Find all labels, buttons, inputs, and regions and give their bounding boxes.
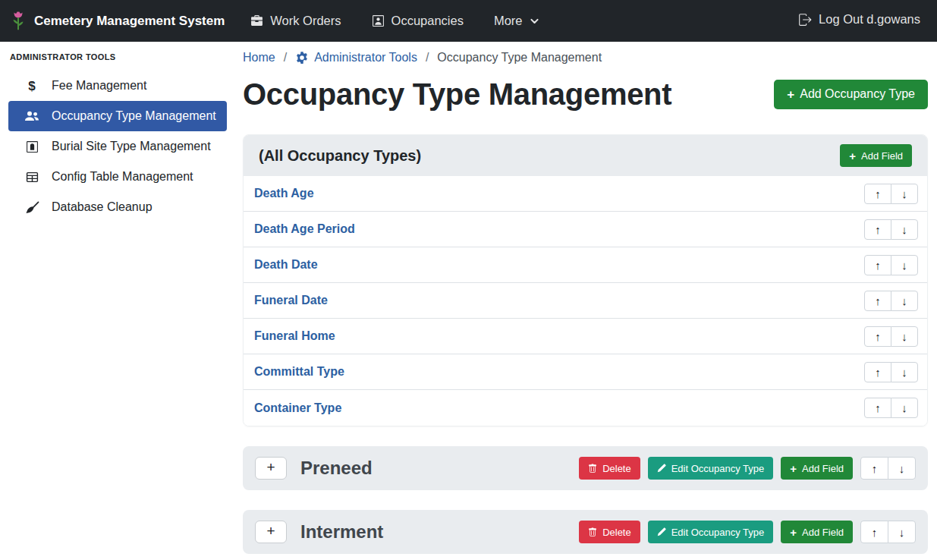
users-icon xyxy=(23,110,41,122)
occupancy-type-card-preneed: + Preneed Delete xyxy=(243,446,928,490)
move-down-button[interactable]: ↓ xyxy=(891,362,918,382)
field-row: Death Age ↑ ↓ xyxy=(244,176,927,212)
app-title[interactable]: Cemetery Management System xyxy=(34,14,225,29)
field-link[interactable]: Death Date xyxy=(254,258,318,272)
add-field-button[interactable]: + Add Field xyxy=(781,521,853,543)
move-up-button[interactable]: ↑ xyxy=(860,457,888,480)
arrow-down-icon: ↓ xyxy=(901,294,907,307)
move-up-button[interactable]: ↑ xyxy=(864,291,891,311)
breadcrumb: Home / Administrator Tools / Occupancy T… xyxy=(243,51,928,64)
arrow-up-icon: ↑ xyxy=(875,223,881,236)
plus-icon: + xyxy=(787,88,794,101)
occupancy-type-name: Interment xyxy=(300,521,383,543)
field-row: Death Age Period ↑ ↓ xyxy=(244,212,927,247)
logout-icon xyxy=(798,13,812,27)
field-link[interactable]: Death Age xyxy=(254,187,314,200)
breadcrumb-current: Occupancy Type Management xyxy=(437,51,602,64)
main-content: Home / Administrator Tools / Occupancy T… xyxy=(235,42,937,554)
add-field-button[interactable]: + Add Field xyxy=(781,457,853,480)
edit-occupancy-type-button[interactable]: Edit Occupancy Type xyxy=(648,521,774,543)
trash-icon xyxy=(588,464,597,473)
add-field-button[interactable]: + Add Field xyxy=(840,144,912,167)
occupancies-icon xyxy=(372,14,385,27)
move-down-button[interactable]: ↓ xyxy=(888,457,916,480)
move-down-button[interactable]: ↓ xyxy=(891,184,918,204)
arrow-down-icon: ↓ xyxy=(901,330,907,343)
breadcrumb-separator: / xyxy=(426,51,429,64)
move-up-button[interactable]: ↑ xyxy=(864,326,891,347)
pencil-icon xyxy=(657,464,666,473)
move-up-button[interactable]: ↑ xyxy=(864,362,891,382)
pencil-icon xyxy=(657,527,666,536)
delete-button[interactable]: Delete xyxy=(579,457,640,480)
sidebar-heading: Administrator Tools xyxy=(8,51,227,71)
move-up-button[interactable]: ↑ xyxy=(860,521,888,543)
reorder-controls: ↑ ↓ xyxy=(864,184,918,204)
field-row: Committal Type ↑ ↓ xyxy=(244,354,927,390)
field-link[interactable]: Death Age Period xyxy=(254,222,355,236)
move-up-button[interactable]: ↑ xyxy=(864,184,891,204)
expand-button[interactable]: + xyxy=(255,521,287,543)
arrow-down-icon: ↓ xyxy=(901,259,907,272)
move-down-button[interactable]: ↓ xyxy=(891,291,918,311)
move-down-button[interactable]: ↓ xyxy=(891,398,918,418)
broom-icon xyxy=(23,201,41,214)
field-link[interactable]: Committal Type xyxy=(254,365,344,379)
sidebar-item-config-table-management[interactable]: Config Table Management xyxy=(8,162,227,192)
field-row: Death Date ↑ ↓ xyxy=(244,247,927,283)
move-down-button[interactable]: ↓ xyxy=(888,521,916,543)
occupancy-type-name: Preneed xyxy=(300,458,373,479)
arrow-down-icon: ↓ xyxy=(899,462,905,475)
arrow-down-icon: ↓ xyxy=(901,401,907,414)
all-types-card-header: (All Occupancy Types) + Add Field xyxy=(244,135,927,176)
arrow-down-icon: ↓ xyxy=(901,187,907,200)
arrow-down-icon: ↓ xyxy=(899,526,905,539)
add-occupancy-type-button[interactable]: + Add Occupancy Type xyxy=(774,80,928,109)
sidebar-item-burial-site-type-management[interactable]: Burial Site Type Management xyxy=(8,131,227,162)
nav-occupancies[interactable]: Occupancies xyxy=(372,14,464,28)
reorder-controls: ↑ ↓ xyxy=(864,362,918,382)
field-link[interactable]: Container Type xyxy=(254,401,341,415)
arrow-up-icon: ↑ xyxy=(872,526,878,539)
arrow-down-icon: ↓ xyxy=(901,223,907,236)
nav-more[interactable]: More xyxy=(494,14,539,28)
breadcrumb-home[interactable]: Home xyxy=(243,51,275,64)
move-down-button[interactable]: ↓ xyxy=(891,255,918,275)
reorder-controls: ↑ ↓ xyxy=(860,521,916,543)
field-row: Funeral Home ↑ ↓ xyxy=(244,319,927,354)
field-link[interactable]: Funeral Home xyxy=(254,329,335,343)
breadcrumb-separator: / xyxy=(284,51,287,64)
logout-link[interactable]: Log Out d.gowans xyxy=(798,12,920,27)
plus-icon: + xyxy=(790,527,797,538)
reorder-controls: ↑ ↓ xyxy=(864,291,918,311)
reorder-controls: ↑ ↓ xyxy=(864,326,918,347)
sidebar-item-occupancy-type-management[interactable]: Occupancy Type Management xyxy=(8,101,227,131)
move-up-button[interactable]: ↑ xyxy=(864,255,891,275)
field-link[interactable]: Funeral Date xyxy=(254,294,328,307)
arrow-up-icon: ↑ xyxy=(875,187,881,200)
dollar-icon: $ xyxy=(23,80,41,93)
reorder-controls: ↑ ↓ xyxy=(864,398,918,418)
field-row: Container Type ↑ ↓ xyxy=(244,390,927,426)
expand-button[interactable]: + xyxy=(255,457,287,480)
reorder-controls: ↑ ↓ xyxy=(864,255,918,275)
gear-icon xyxy=(295,51,309,64)
nav-work-orders[interactable]: Work Orders xyxy=(250,14,341,28)
reorder-controls: ↑ ↓ xyxy=(864,219,918,240)
edit-occupancy-type-button[interactable]: Edit Occupancy Type xyxy=(648,457,774,480)
move-down-button[interactable]: ↓ xyxy=(891,219,918,240)
page-title: Occupancy Type Management xyxy=(243,75,671,113)
move-up-button[interactable]: ↑ xyxy=(864,398,891,418)
delete-button[interactable]: Delete xyxy=(579,521,640,543)
plus-icon: + xyxy=(849,150,856,162)
table-icon xyxy=(23,171,41,184)
sidebar-item-database-cleanup[interactable]: Database Cleanup xyxy=(8,192,227,222)
tulip-logo-icon xyxy=(9,11,27,31)
breadcrumb-admin-tools[interactable]: Administrator Tools xyxy=(295,51,417,64)
trash-icon xyxy=(588,527,597,537)
burial-site-icon xyxy=(23,140,41,153)
move-down-button[interactable]: ↓ xyxy=(891,326,918,347)
move-up-button[interactable]: ↑ xyxy=(864,219,891,240)
sidebar-item-fee-management[interactable]: $ Fee Management xyxy=(8,71,227,101)
arrow-up-icon: ↑ xyxy=(875,294,881,307)
